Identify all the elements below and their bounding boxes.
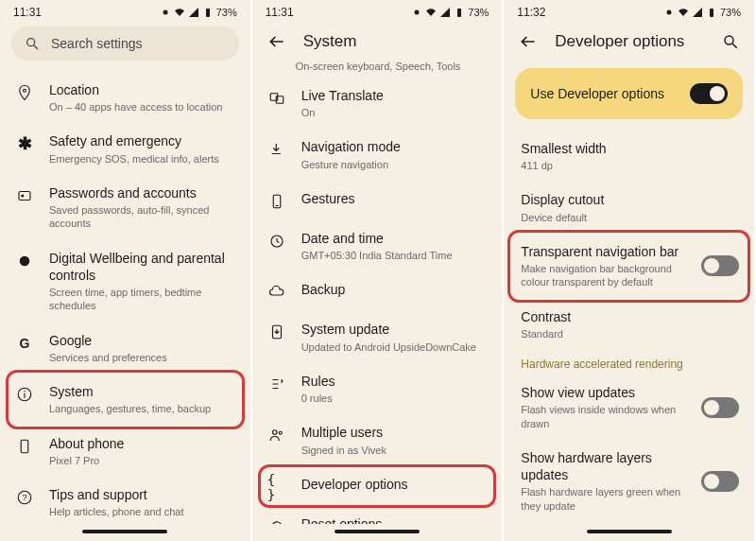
signal-icon (692, 7, 703, 18)
item-smallest-width[interactable]: Smallest width411 dp (504, 131, 754, 182)
status-time: 11:31 (13, 6, 42, 19)
item-backup[interactable]: Backup (252, 271, 503, 311)
show-view-updates-toggle[interactable] (701, 397, 739, 418)
svg-rect-10 (21, 440, 28, 453)
search-button[interactable] (722, 33, 739, 50)
wifi-icon (678, 7, 689, 18)
system-panel: 11:31 73% System On-screen keyboard, Spe… (252, 0, 505, 541)
show-hw-layers-toggle[interactable] (701, 471, 739, 492)
item-system-update[interactable]: System updateUpdated to Android UpsideDo… (252, 311, 503, 362)
item-transparent-nav[interactable]: Transparent navigation barMake navigatio… (504, 234, 754, 299)
svg-rect-24 (710, 9, 713, 17)
section-hw-rendering: Hardware accelerated rendering (504, 350, 754, 375)
battery-icon (202, 7, 214, 18)
phone-icon (15, 437, 34, 456)
item-passwords[interactable]: Passwords and accountsSaved passwords, a… (0, 175, 250, 240)
svg-point-5 (21, 194, 24, 197)
master-toggle[interactable] (690, 83, 728, 104)
search-placeholder: Search settings (51, 36, 143, 51)
svg-line-26 (732, 44, 737, 48)
item-system[interactable]: SystemLanguages, gestures, time, backup (0, 374, 250, 425)
master-toggle-card[interactable]: Use Developer options (515, 68, 743, 119)
page-title: Developer options (555, 32, 705, 51)
status-time: 11:32 (517, 6, 545, 19)
header: Developer options (504, 23, 754, 61)
svg-point-25 (725, 36, 733, 44)
reset-icon (267, 517, 286, 524)
wifi-icon (425, 7, 437, 18)
back-button[interactable] (267, 32, 286, 51)
svg-point-0 (163, 10, 167, 15)
system-list: Live TranslateOn Navigation modeGesture … (252, 78, 503, 524)
item-show-view-updates[interactable]: Show view updatesFlash views inside wind… (504, 375, 754, 440)
item-rules[interactable]: Rules0 rules (252, 363, 503, 414)
sub-header: On-screen keyboard, Speech, Tools (252, 61, 503, 78)
item-navigation-mode[interactable]: Navigation modeGesture navigation (252, 129, 503, 180)
svg-point-6 (20, 256, 30, 267)
item-display-cutout[interactable]: Display cutoutDevice default (504, 182, 754, 233)
status-indicators: 73% (160, 7, 237, 18)
svg-rect-4 (19, 191, 30, 200)
status-indicators: 73% (663, 7, 741, 18)
status-bar: 11:31 73% (252, 0, 503, 23)
help-icon: ? (15, 488, 34, 507)
svg-point-21 (272, 430, 277, 435)
gesture-nav-bar[interactable] (82, 530, 167, 533)
item-location[interactable]: LocationOn – 40 apps have access to loca… (0, 72, 250, 123)
braces-icon: { } (267, 478, 286, 497)
item-about[interactable]: About phonePixel 7 Pro (0, 426, 250, 477)
svg-text:?: ? (22, 493, 26, 502)
battery-icon (454, 7, 465, 18)
theme-icon (160, 7, 171, 18)
navigation-icon (267, 140, 286, 159)
page-title: System (303, 32, 357, 51)
item-safety[interactable]: ✱ Safety and emergencyEmergency SOS, med… (0, 123, 250, 174)
info-icon (15, 385, 34, 404)
google-icon: G (15, 334, 34, 353)
theme-icon (663, 7, 675, 18)
users-icon (267, 426, 286, 445)
back-button[interactable] (519, 32, 538, 51)
settings-root-panel: 11:31 73% Search settings LocationOn – 4… (0, 0, 252, 541)
status-bar: 11:31 73% (0, 0, 250, 23)
item-contrast[interactable]: ContrastStandard (504, 299, 754, 350)
developer-list: Smallest width411 dp Display cutoutDevic… (504, 131, 754, 524)
gesture-nav-bar[interactable] (335, 530, 420, 533)
signal-icon (188, 7, 199, 18)
status-bar: 11:32 73% (504, 0, 754, 23)
item-live-translate[interactable]: Live TranslateOn (252, 78, 503, 129)
svg-rect-14 (457, 9, 461, 17)
developer-options-panel: 11:32 73% Developer options Use Develope… (504, 0, 756, 541)
item-wellbeing[interactable]: Digital Wellbeing and parental controlsS… (0, 240, 250, 323)
item-reset-options[interactable]: Reset options (252, 506, 503, 524)
item-show-hw-layers[interactable]: Show hardware layers updatesFlash hardwa… (504, 440, 754, 522)
key-icon (15, 186, 34, 205)
search-bar[interactable]: Search settings (11, 26, 239, 61)
rules-icon (267, 375, 286, 393)
svg-point-22 (279, 432, 282, 435)
asterisk-icon: ✱ (15, 134, 34, 153)
status-indicators: 73% (411, 7, 489, 18)
item-tips[interactable]: ? Tips and supportHelp articles, phone a… (0, 477, 250, 524)
item-gestures[interactable]: Gestures (252, 181, 503, 220)
item-google[interactable]: G GoogleServices and preferences (0, 323, 250, 374)
search-icon (25, 36, 40, 51)
item-debug-gpu-overdraw[interactable]: Debug GPU overdrawOff (504, 522, 754, 524)
update-icon (267, 323, 286, 341)
master-toggle-label: Use Developer options (530, 86, 664, 101)
transparent-nav-toggle[interactable] (701, 255, 739, 276)
settings-list: LocationOn – 40 apps have access to loca… (0, 72, 250, 524)
location-icon (15, 83, 34, 102)
clock-icon (267, 232, 286, 251)
gesture-nav-bar[interactable] (587, 530, 672, 533)
wifi-icon (174, 7, 185, 18)
signal-icon (439, 7, 451, 18)
theme-icon (411, 7, 422, 18)
svg-point-13 (415, 10, 420, 15)
cloud-icon (267, 283, 286, 302)
item-date-time[interactable]: Date and timeGMT+05:30 India Standard Ti… (252, 220, 503, 271)
item-developer-options[interactable]: { } Developer options (252, 466, 503, 506)
battery-icon (706, 7, 717, 18)
gestures-icon (267, 192, 286, 211)
item-multiple-users[interactable]: Multiple usersSigned in as Vivek (252, 414, 503, 465)
